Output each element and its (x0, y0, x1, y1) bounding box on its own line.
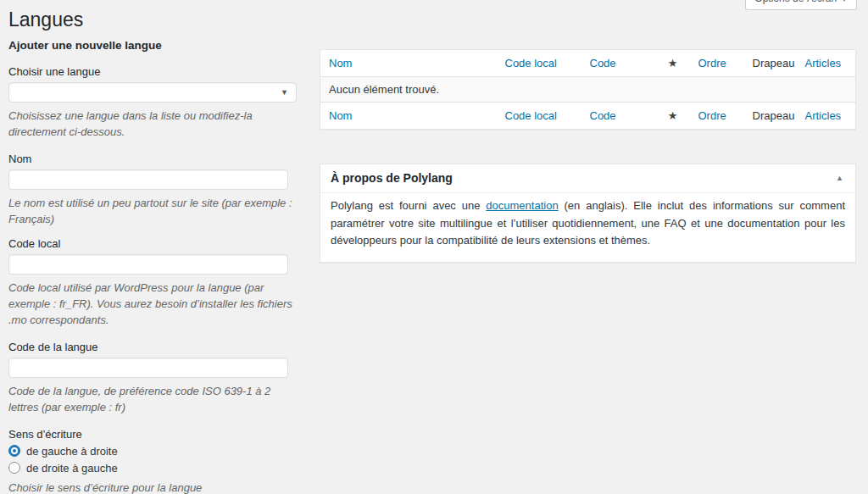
languages-table-header: Nom Code local Code ★ Ordre Drapeau Arti… (320, 50, 856, 77)
locale-helper: Code local utilisé par WordPress pour la… (8, 280, 301, 329)
choose-language-helper: Choisissez une langue dans la liste ou m… (8, 108, 301, 141)
sort-name-link[interactable]: Nom (329, 57, 352, 69)
choose-language-field: Choisir une langue ▼ Choisissez une lang… (8, 65, 305, 141)
sort-locale-link[interactable]: Code local (505, 109, 557, 122)
sort-code-link[interactable]: Code (590, 109, 616, 122)
sort-code-link[interactable]: Code (590, 57, 616, 69)
column-footer-flag: Drapeau (744, 103, 797, 130)
languages-table-body: Aucun élément trouvé. (320, 77, 856, 103)
radio-rtl[interactable] (8, 462, 20, 474)
no-items-message: Aucun élément trouvé. (320, 77, 856, 103)
radio-ltr[interactable] (8, 445, 20, 457)
direction-ltr-label: de gauche à droite (26, 445, 118, 458)
direction-rtl-label: de droite à gauche (26, 462, 118, 475)
add-language-form: Ajouter une nouvelle langue Choisir une … (8, 39, 305, 494)
chevron-down-icon: ▼ (841, 0, 848, 3)
sort-locale-link[interactable]: Code local (505, 57, 557, 69)
name-field: Nom Le nom est utilisé un peu partout su… (8, 153, 305, 228)
choose-language-select[interactable]: ▼ (8, 82, 297, 103)
chevron-down-icon: ▼ (281, 88, 288, 97)
text-direction-field: Sens d’écriture de gauche à droite de dr… (8, 428, 305, 494)
sort-posts-link[interactable]: Articles (805, 57, 842, 69)
collapse-toggle-icon[interactable]: ▲ (834, 175, 845, 182)
text-direction-helper: Choisir le sens d’écriture pour la langu… (8, 480, 301, 494)
about-polylang-metabox: À propos de Polylang ▲ Polylang est four… (320, 164, 856, 263)
about-polylang-body: Polylang est fourni avec une documentati… (320, 193, 855, 262)
column-footer-locale: Code local (497, 103, 581, 130)
screen-options-label: Options de l’écran (754, 0, 837, 4)
star-icon: ★ (668, 109, 678, 122)
column-header-posts: Articles (797, 50, 856, 77)
language-code-field: Code de la langue Code de la langue, de … (8, 341, 305, 416)
form-heading: Ajouter une nouvelle langue (8, 39, 305, 52)
column-footer-order: Ordre (690, 103, 744, 130)
star-icon: ★ (668, 57, 678, 69)
about-polylang-title: À propos de Polylang (331, 171, 453, 186)
languages-table: Nom Code local Code ★ Ordre Drapeau Arti… (320, 49, 856, 130)
column-header-name: Nom (320, 50, 497, 77)
languages-table-footer: Nom Code local Code ★ Ordre Drapeau Arti… (320, 103, 856, 130)
direction-option-ltr[interactable]: de gauche à droite (8, 445, 305, 458)
text-direction-label: Sens d’écriture (8, 428, 305, 441)
content-columns: Ajouter une nouvelle langue Choisir une … (8, 39, 856, 494)
language-code-helper: Code de la langue, de préférence code IS… (8, 384, 301, 416)
page-title: Langues (8, 7, 856, 39)
sort-order-link[interactable]: Ordre (698, 109, 726, 122)
column-footer-name: Nom (320, 103, 497, 130)
right-column: Nom Code local Code ★ Ordre Drapeau Arti… (320, 49, 856, 263)
column-header-default-language: ★ (656, 50, 690, 77)
polylang-languages-page: Options de l’écran▼ Langues Ajouter une … (0, 0, 868, 494)
locale-label: Code local (8, 237, 305, 250)
locale-input[interactable] (8, 254, 288, 275)
column-header-order: Ordre (690, 50, 744, 77)
name-label: Nom (8, 153, 305, 165)
about-polylang-header[interactable]: À propos de Polylang ▲ (320, 164, 855, 193)
name-input[interactable] (8, 169, 288, 190)
sort-name-link[interactable]: Nom (329, 109, 352, 122)
column-footer-code: Code (581, 103, 656, 130)
column-header-flag: Drapeau (744, 50, 797, 77)
screen-options-tab[interactable]: Options de l’écran▼ (745, 0, 857, 10)
sort-order-link[interactable]: Ordre (698, 57, 726, 69)
locale-field: Code local Code local utilisé par WordPr… (8, 237, 305, 329)
column-footer-default-language: ★ (656, 103, 690, 130)
name-helper: Le nom est utilisé un peu partout sur le… (8, 196, 301, 228)
no-items-row: Aucun élément trouvé. (320, 77, 856, 103)
column-header-locale: Code local (497, 50, 581, 77)
about-text-before-link: Polylang est fourni avec une (331, 199, 486, 212)
direction-option-rtl[interactable]: de droite à gauche (8, 462, 305, 475)
documentation-link[interactable]: documentation (486, 199, 558, 212)
column-header-code: Code (581, 50, 656, 77)
language-code-input[interactable] (8, 358, 288, 378)
column-footer-posts: Articles (797, 103, 856, 130)
sort-posts-link[interactable]: Articles (805, 109, 842, 122)
choose-language-label: Choisir une langue (8, 65, 305, 78)
language-code-label: Code de la langue (8, 341, 305, 353)
